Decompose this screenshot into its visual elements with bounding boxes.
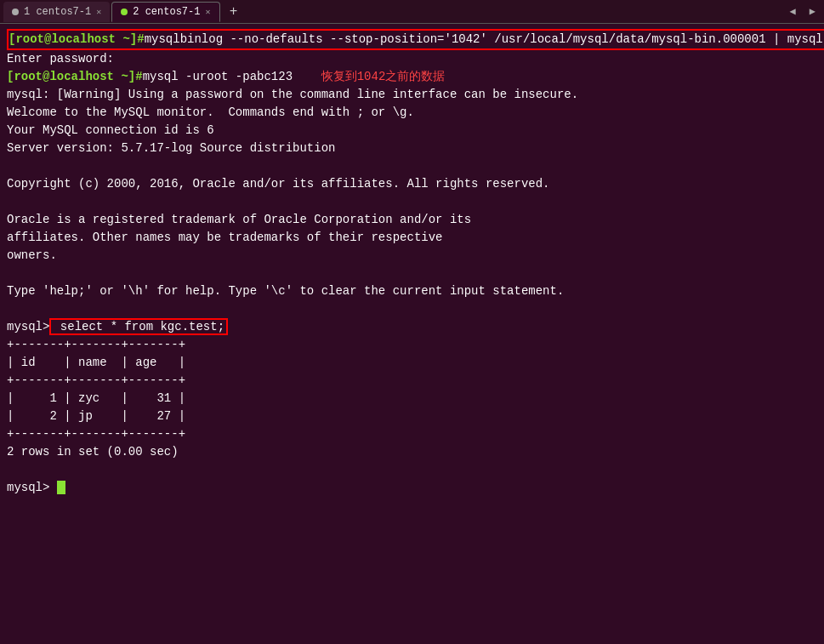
copyright-line: Copyright (c) 2000, 2016, Oracle and/or …	[7, 175, 817, 193]
blank-5	[7, 461, 817, 479]
tab-label-1: 1 centos7-1	[24, 6, 91, 18]
tab-dot-active	[121, 9, 128, 15]
cursor	[57, 481, 65, 494]
tab-bar-nav: ◀ ▶	[785, 3, 821, 20]
table-row-1: | 1 | zyc | 31 |	[7, 390, 817, 407]
blank-4	[7, 300, 817, 318]
select-cmd: select * from kgc.test;	[53, 320, 224, 333]
oracle-line-1: Oracle is a registered trademark of Orac…	[7, 211, 817, 229]
tab-close-1[interactable]: ✕	[96, 7, 101, 17]
table-header: | id | name | age |	[7, 354, 817, 372]
oracle-line-2: affiliates. Other names may be trademark…	[7, 229, 817, 247]
table-sep: +-------+-------+-------+	[7, 372, 817, 390]
connection-id-line: Your MySQL connection id is 6	[7, 122, 817, 140]
rows-info: 2 rows in set (0.00 sec)	[7, 443, 817, 461]
blank-2	[7, 193, 817, 211]
enter-password-line: Enter password:	[7, 50, 817, 68]
table-row-2: | 2 | jp | 27 |	[7, 407, 817, 425]
oracle-line-3: owners.	[7, 247, 817, 265]
command-line-2: [root@localhost ~]#mysql -uroot -pabc123…	[7, 68, 817, 86]
tab-bar: 1 centos7-1 ✕ 2 centos7-1 ✕ + ◀ ▶	[0, 0, 824, 24]
mysql-prompt-2: mysql>	[7, 481, 49, 494]
tab-centos7-1-second[interactable]: 2 centos7-1 ✕	[111, 2, 219, 22]
terminal[interactable]: [root@localhost ~]#mysqlbinlog --no-defa…	[0, 24, 824, 644]
blank-3	[7, 265, 817, 282]
table-top: +-------+-------+-------+	[7, 336, 817, 354]
mysql-prompt-1: mysql>	[7, 320, 49, 333]
prompt-1: [root@localhost ~]#	[9, 32, 145, 46]
tab-close-2[interactable]: ✕	[205, 7, 210, 17]
welcome-line: Welcome to the MySQL monitor. Commands e…	[7, 104, 817, 122]
command-line-1: [root@localhost ~]#mysqlbinlog --no-defa…	[7, 29, 817, 50]
tab-nav-next[interactable]: ▶	[804, 3, 821, 20]
tab-nav-prev[interactable]: ◀	[785, 3, 801, 20]
tab-centos7-1-first[interactable]: 1 centos7-1 ✕	[3, 2, 110, 22]
prompt-2: [root@localhost ~]#	[7, 70, 143, 83]
cmd-1-text: mysqlbinlog --no-defaults --stop-positio…	[145, 32, 824, 46]
mysql-query-line: mysql> select * from kgc.test;	[7, 318, 817, 336]
tab-dot	[12, 9, 19, 15]
help-line: Type 'help;' or '\h' for help. Type '\c'…	[7, 282, 817, 300]
blank-1	[7, 157, 817, 175]
cmd-2-text: mysql -uroot -pabc123	[143, 70, 293, 83]
mysql-prompt-final-line: mysql>	[7, 479, 817, 497]
warning-line: mysql: [Warning] Using a password on the…	[7, 86, 817, 104]
table-bottom: +-------+-------+-------+	[7, 425, 817, 443]
server-version-line: Server version: 5.7.17-log Source distri…	[7, 140, 817, 157]
tab-add-button[interactable]: +	[225, 3, 242, 20]
chinese-comment: 恢复到1042之前的数据	[321, 70, 446, 83]
tab-label-2: 2 centos7-1	[133, 6, 200, 18]
